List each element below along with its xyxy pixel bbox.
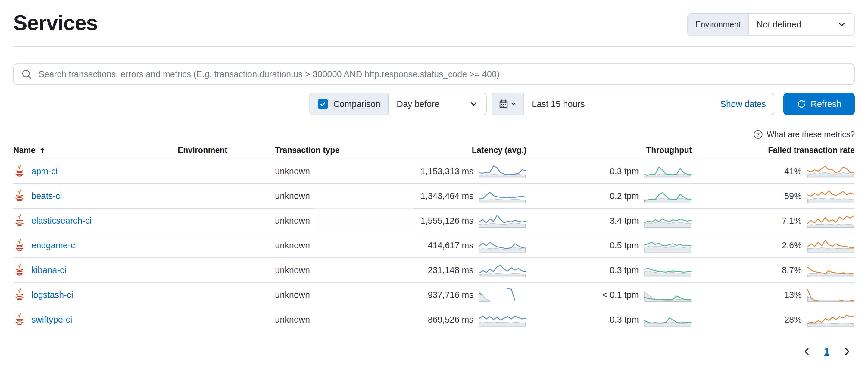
- environment-filter-value-wrap[interactable]: Not defined: [749, 14, 854, 35]
- chevron-left-icon[interactable]: [800, 345, 813, 358]
- service-name-cell: apm-ci: [13, 164, 178, 178]
- calendar-icon: [499, 99, 508, 109]
- environment-filter-label: Environment: [688, 14, 749, 35]
- services-table-body: apm-ci unknown 1,153,313 ms 0.3 tpm 41%: [13, 159, 855, 332]
- throughput-value: 0.5 tpm: [610, 240, 639, 251]
- failed-rate-value: 13%: [784, 290, 802, 300]
- throughput-cell: 0.3 tpm: [526, 163, 692, 179]
- comparison-label: Comparison: [333, 99, 380, 109]
- transaction-type-cell: unknown: [275, 166, 379, 176]
- java-icon: [13, 164, 26, 178]
- failed-rate-value: 41%: [784, 166, 802, 176]
- question-circle-icon: ?: [753, 129, 763, 139]
- column-header-name[interactable]: Name: [13, 146, 178, 155]
- throughput-value: < 0.1 tpm: [602, 290, 639, 300]
- column-header-environment[interactable]: Environment: [178, 146, 275, 155]
- services-table-header: Name Environment Transaction type Latenc…: [13, 142, 855, 159]
- failed-rate-sparkline: [807, 213, 855, 229]
- comparison-checkbox[interactable]: [318, 99, 328, 109]
- service-name-cell: endgame-ci: [13, 238, 178, 252]
- transaction-type-cell: unknown: [275, 191, 379, 201]
- throughput-sparkline: [644, 237, 692, 253]
- service-name-cell: elasticsearch-ci: [13, 214, 178, 228]
- java-icon: [13, 214, 26, 228]
- column-header-failed-rate[interactable]: Failed transaction rate: [692, 146, 855, 155]
- table-row: swiftype-ci unknown 869,526 ms 0.3 tpm 2…: [13, 308, 855, 332]
- failed-rate-sparkline: [807, 262, 855, 278]
- java-icon: [13, 189, 26, 203]
- metrics-help-label: What are these metrics?: [767, 130, 855, 139]
- table-row: apm-ci unknown 1,153,313 ms 0.3 tpm 41%: [13, 159, 855, 184]
- pagination-page-1[interactable]: 1: [824, 346, 830, 357]
- table-row: kibana-ci unknown 231,148 ms 0.3 tpm 8.7…: [13, 258, 855, 283]
- comparison-checkbox-group[interactable]: Comparison: [310, 93, 388, 115]
- comparison-select[interactable]: Day before: [388, 93, 486, 115]
- sort-arrow-up-icon: [38, 146, 46, 154]
- service-name-link[interactable]: logstash-ci: [31, 290, 73, 300]
- latency-cell: 937,716 ms: [379, 287, 526, 302]
- column-header-transaction-type[interactable]: Transaction type: [275, 146, 379, 155]
- service-name-link[interactable]: swiftype-ci: [31, 315, 72, 325]
- service-name-cell: beats-ci: [13, 189, 178, 203]
- throughput-cell: 0.2 tpm: [526, 188, 692, 204]
- throughput-cell: < 0.1 tpm: [526, 287, 692, 302]
- chevron-right-icon[interactable]: [840, 345, 854, 358]
- failed-rate-value: 8.7%: [782, 265, 802, 275]
- refresh-button-label: Refresh: [811, 99, 841, 109]
- page-title: Services: [13, 11, 98, 35]
- throughput-cell: 3.4 tpm: [526, 213, 692, 229]
- latency-value: 937,716 ms: [428, 290, 473, 300]
- show-dates-link[interactable]: Show dates: [712, 93, 774, 115]
- latency-sparkline: [478, 287, 526, 302]
- throughput-cell: 0.3 tpm: [526, 262, 692, 278]
- failed-rate-cell: 8.7%: [692, 262, 855, 278]
- throughput-value: 0.3 tpm: [610, 315, 639, 325]
- check-icon: [319, 100, 327, 108]
- services-table: Name Environment Transaction type Latenc…: [13, 142, 855, 332]
- service-name-link[interactable]: apm-ci: [31, 166, 58, 176]
- latency-cell: 869,526 ms: [379, 312, 526, 327]
- latency-cell: 1,153,313 ms: [379, 163, 526, 179]
- service-name-link[interactable]: elasticsearch-ci: [31, 216, 92, 226]
- metrics-help-link[interactable]: ? What are these metrics?: [753, 129, 855, 139]
- redacted-area: [317, 210, 411, 232]
- latency-value: 231,148 ms: [428, 265, 473, 275]
- service-name-link[interactable]: beats-ci: [31, 191, 62, 201]
- latency-cell: 231,148 ms: [379, 262, 526, 278]
- column-header-throughput[interactable]: Throughput: [526, 146, 692, 155]
- failed-rate-value: 7.1%: [782, 216, 802, 226]
- date-picker-quick-select[interactable]: [492, 93, 524, 115]
- table-row: endgame-ci unknown 414,617 ms 0.5 tpm 2.…: [13, 233, 855, 258]
- metrics-help-row: ? What are these metrics?: [13, 129, 855, 139]
- service-name-link[interactable]: kibana-ci: [31, 265, 66, 275]
- search-bar[interactable]: [13, 63, 855, 85]
- failed-rate-sparkline: [807, 188, 855, 204]
- table-row: logstash-ci unknown 937,716 ms < 0.1 tpm…: [13, 283, 855, 308]
- time-range-value[interactable]: Last 15 hours: [524, 93, 712, 115]
- throughput-sparkline: [644, 188, 692, 204]
- throughput-sparkline: [644, 287, 692, 302]
- chevron-down-icon: [510, 101, 517, 107]
- java-icon: [13, 313, 26, 326]
- latency-sparkline: [478, 163, 526, 179]
- latency-value: 869,526 ms: [428, 315, 473, 325]
- transaction-type-cell: unknown: [275, 315, 379, 325]
- failed-rate-sparkline: [807, 287, 855, 302]
- throughput-sparkline: [644, 262, 692, 278]
- throughput-value: 0.2 tpm: [610, 191, 639, 201]
- failed-rate-cell: 13%: [692, 287, 855, 302]
- environment-filter[interactable]: Environment Not defined: [687, 13, 855, 35]
- service-name-cell: logstash-ci: [13, 288, 178, 302]
- column-header-latency[interactable]: Latency (avg.): [379, 146, 526, 155]
- failed-rate-cell: 7.1%: [692, 213, 855, 229]
- service-name-link[interactable]: endgame-ci: [31, 240, 77, 251]
- search-icon: [21, 69, 32, 80]
- search-input[interactable]: [38, 69, 847, 80]
- refresh-icon: [797, 99, 806, 109]
- refresh-button[interactable]: Refresh: [783, 93, 855, 115]
- date-picker: Last 15 hours Show dates: [492, 93, 774, 115]
- services-page: Services Environment Not defined Compari…: [0, 0, 868, 358]
- transaction-type-cell: unknown: [275, 240, 379, 251]
- latency-sparkline: [478, 237, 526, 253]
- controls-row: Comparison Day before Last 15 hours Show…: [13, 93, 855, 115]
